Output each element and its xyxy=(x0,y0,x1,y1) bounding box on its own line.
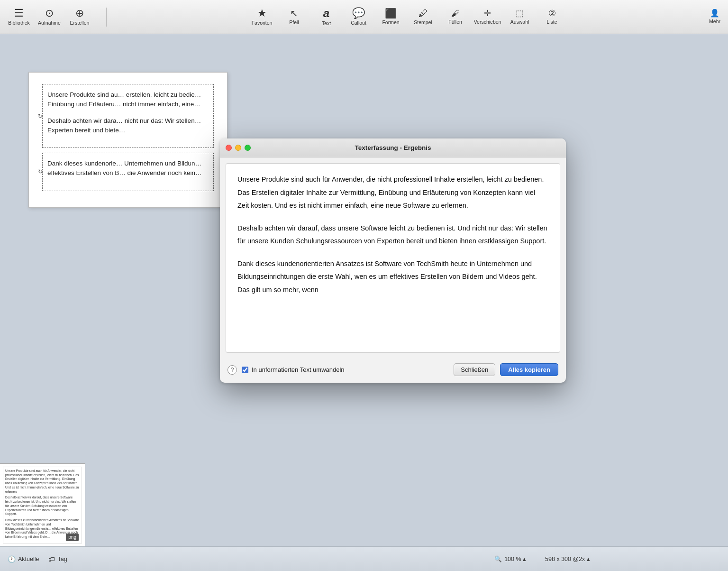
callout-icon: 💬 xyxy=(352,8,365,18)
tool-stempel-label: Stempel xyxy=(414,19,432,25)
toolbar-right: 👤 Mehr xyxy=(705,2,724,32)
list-icon: ② xyxy=(548,9,556,18)
tool-mehr-label: Mehr xyxy=(709,18,720,24)
fill-icon: 🖌 xyxy=(451,9,460,18)
tool-auswahl[interactable]: ⬚ Auswahl xyxy=(505,2,535,32)
tool-text[interactable]: a Text xyxy=(311,2,342,32)
unformatted-text-checkbox[interactable] xyxy=(242,367,248,373)
statusbar-dimensions[interactable]: 598 x 300 @2x ▴ xyxy=(545,555,590,562)
tool-liste[interactable]: ② Liste xyxy=(537,2,567,32)
tool-verschieben[interactable]: ✛ Verschieben xyxy=(473,2,503,32)
tool-pfeil[interactable]: ↖ Pfeil xyxy=(279,2,309,32)
text-icon: a xyxy=(323,8,329,19)
modal-overlay: Texterfassung - Ergebnis Unsere Produkte… xyxy=(0,34,728,546)
window-maximize-button[interactable] xyxy=(245,145,251,151)
tag-label: Tag xyxy=(57,556,67,562)
menu-icon: ☰ xyxy=(14,8,24,18)
mehr-icon: 👤 xyxy=(710,9,719,17)
statusbar-aktuelle[interactable]: 🕐 Aktuelle xyxy=(8,555,39,563)
tool-favoriten[interactable]: ★ Favoriten xyxy=(247,2,277,32)
modal-footer: ? In unformatierten Text umwandeln Schli… xyxy=(220,359,566,383)
statusbar-center: 🔍 100 % ▴ 598 x 300 @2x ▴ xyxy=(364,555,720,562)
tool-favoriten-label: Favoriten xyxy=(252,20,273,26)
tag-icon: 🏷 xyxy=(48,555,55,563)
help-button[interactable]: ? xyxy=(228,365,237,375)
traffic-lights xyxy=(226,145,251,151)
zoom-icon: 🔍 xyxy=(494,555,502,562)
tool-auswahl-label: Auswahl xyxy=(510,19,529,25)
main-canvas-area: ↻ Unsere Produkte sind au… erstellen, le… xyxy=(0,34,728,546)
tool-stempel[interactable]: 🖊 Stempel xyxy=(408,2,438,32)
tool-pfeil-label: Pfeil xyxy=(289,19,299,25)
tool-text-label: Text xyxy=(322,20,331,26)
tool-erstellen[interactable]: ⊕ Erstellen xyxy=(64,2,95,32)
close-button[interactable]: Schließen xyxy=(454,363,495,376)
tool-aufnahme-label: Aufnahme xyxy=(38,20,61,26)
clock-icon: 🕐 xyxy=(8,555,16,563)
toolbar-left: ☰ Bibliothek ⊙ Aufnahme ⊕ Erstellen xyxy=(4,2,95,32)
window-minimize-button[interactable] xyxy=(235,145,241,151)
toolbar: ☰ Bibliothek ⊙ Aufnahme ⊕ Erstellen ★ Fa… xyxy=(0,0,728,34)
tool-callout[interactable]: 💬 Callout xyxy=(344,2,374,32)
modal-title: Texterfassung - Ergebnis xyxy=(355,144,431,151)
thumbnail-format-label: png xyxy=(66,534,79,541)
modal-content-area[interactable]: Unsere Produkte sind auch für Anwender, … xyxy=(226,163,560,353)
move-icon: ✛ xyxy=(484,9,491,18)
tool-erstellen-label: Erstellen xyxy=(70,20,90,26)
statusbar: 🕐 Aktuelle 🏷 Tag 🔍 100 % ▴ 598 x 300 @2x… xyxy=(0,546,728,571)
checkbox-area: In unformatierten Text umwandeln xyxy=(242,366,449,373)
tool-mehr[interactable]: 👤 Mehr xyxy=(705,2,724,32)
modal-para-1: Unsere Produkte sind auch für Anwender, … xyxy=(237,173,548,212)
create-icon: ⊕ xyxy=(75,8,84,18)
copy-all-button[interactable]: Alles kopieren xyxy=(500,363,558,376)
tool-callout-label: Callout xyxy=(351,20,366,26)
thumbnail-image: Unsere Produkte sind auch für Anwender, … xyxy=(3,467,82,543)
statusbar-tag[interactable]: 🏷 Tag xyxy=(48,555,67,563)
record-icon: ⊙ xyxy=(45,8,54,18)
tool-liste-label: Liste xyxy=(546,19,557,25)
modal-para-3: Dank dieses kundenorientierten Ansatzes … xyxy=(237,258,548,297)
zoom-value: 100 % ▴ xyxy=(504,555,526,562)
dimensions-value: 598 x 300 @2x ▴ xyxy=(545,555,590,562)
stamp-icon: 🖊 xyxy=(419,9,428,18)
tool-fuellen[interactable]: 🖌 Füllen xyxy=(440,2,471,32)
arrow-icon: ↖ xyxy=(290,9,298,18)
aktuelle-label: Aktuelle xyxy=(18,556,39,562)
tool-formen[interactable]: ⬛ Formen xyxy=(376,2,406,32)
tool-aufnahme[interactable]: ⊙ Aufnahme xyxy=(34,2,64,32)
statusbar-zoom[interactable]: 🔍 100 % ▴ xyxy=(494,555,526,562)
thumbnail-panel: Unsere Produkte sind auch für Anwender, … xyxy=(0,463,85,546)
shapes-icon: ⬛ xyxy=(385,9,397,18)
selection-icon: ⬚ xyxy=(516,9,524,18)
modal-texterfassung: Texterfassung - Ergebnis Unsere Produkte… xyxy=(220,138,566,383)
tool-bibliothek-label: Bibliothek xyxy=(8,20,30,26)
tool-verschieben-label: Verschieben xyxy=(474,19,501,25)
toolbar-center: ★ Favoriten ↖ Pfeil a Text 💬 Callout ⬛ F… xyxy=(109,2,705,32)
star-icon: ★ xyxy=(257,8,267,18)
modal-para-2: Deshalb achten wir darauf, dass unsere S… xyxy=(237,222,548,248)
modal-titlebar: Texterfassung - Ergebnis xyxy=(220,138,566,157)
window-close-button[interactable] xyxy=(226,145,232,151)
tool-bibliothek[interactable]: ☰ Bibliothek xyxy=(4,2,34,32)
tool-fuellen-label: Füllen xyxy=(448,19,462,25)
tool-formen-label: Formen xyxy=(382,19,399,25)
toolbar-divider-left xyxy=(106,8,107,27)
checkbox-label: In unformatierten Text umwandeln xyxy=(252,366,345,373)
statusbar-left: 🕐 Aktuelle 🏷 Tag xyxy=(8,555,364,563)
